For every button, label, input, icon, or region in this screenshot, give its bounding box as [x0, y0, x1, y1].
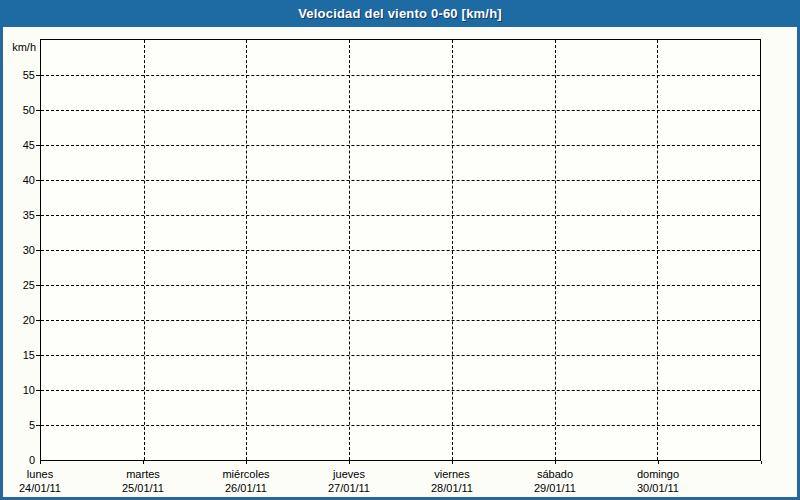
chart-title: Velocidad del viento 0-60 [km/h]: [298, 6, 502, 21]
y-axis-tick: [36, 320, 40, 321]
v-gridline: [144, 40, 145, 460]
h-gridline: [41, 390, 760, 391]
y-tick-label: 20: [0, 314, 35, 326]
plot-area: [40, 39, 761, 461]
y-axis-tick: [36, 145, 40, 146]
x-axis-tick: [40, 461, 41, 464]
date-label: 30/01/11: [598, 482, 718, 494]
x-axis-tick: [143, 461, 144, 464]
y-axis-tick: [36, 355, 40, 356]
y-tick-label: 30: [0, 244, 35, 256]
y-axis-tick: [36, 75, 40, 76]
y-axis-tick: [36, 110, 40, 111]
h-gridline: [41, 425, 760, 426]
y-tick-label: 35: [0, 209, 35, 221]
y-axis-tick: [36, 390, 40, 391]
y-tick-label: 55: [0, 69, 35, 81]
v-gridline: [452, 40, 453, 460]
x-axis-tick: [658, 461, 659, 464]
meteogram-window: Velocidad del viento 0-60 [km/h] km/h 05…: [0, 0, 800, 500]
day-label: viernes: [392, 468, 512, 480]
h-gridline: [41, 180, 760, 181]
y-tick-label: 50: [0, 104, 35, 116]
y-tick-label: 15: [0, 349, 35, 361]
v-gridline: [555, 40, 556, 460]
day-label: jueves: [289, 468, 409, 480]
day-label: miércoles: [186, 468, 306, 480]
x-axis-tick: [452, 461, 453, 464]
day-label: sábado: [495, 468, 615, 480]
y-axis-unit-label: km/h: [0, 41, 36, 53]
y-axis-tick: [36, 180, 40, 181]
h-gridline: [41, 320, 760, 321]
y-tick-label: 10: [0, 384, 35, 396]
day-label: martes: [83, 468, 203, 480]
date-label: 29/01/11: [495, 482, 615, 494]
date-label: 28/01/11: [392, 482, 512, 494]
y-tick-label: 25: [0, 279, 35, 291]
y-tick-label: 45: [0, 139, 35, 151]
y-axis-tick: [36, 285, 40, 286]
h-gridline: [41, 285, 760, 286]
v-gridline: [246, 40, 247, 460]
x-axis-tick: [349, 461, 350, 464]
day-label: domingo: [598, 468, 718, 480]
x-axis-tick: [761, 461, 762, 464]
y-axis-tick: [36, 425, 40, 426]
h-gridline: [41, 110, 760, 111]
h-gridline: [41, 215, 760, 216]
y-axis-tick: [36, 215, 40, 216]
date-label: 26/01/11: [186, 482, 306, 494]
y-tick-label: 40: [0, 174, 35, 186]
chart-title-bar: Velocidad del viento 0-60 [km/h]: [0, 0, 800, 27]
y-tick-label: 0: [0, 454, 35, 466]
h-gridline: [41, 355, 760, 356]
date-label: 27/01/11: [289, 482, 409, 494]
x-axis-tick: [246, 461, 247, 464]
v-gridline: [349, 40, 350, 460]
date-label: 25/01/11: [83, 482, 203, 494]
y-tick-label: 5: [0, 419, 35, 431]
x-axis-tick: [555, 461, 556, 464]
h-gridline: [41, 145, 760, 146]
v-gridline: [657, 40, 658, 460]
h-gridline: [41, 75, 760, 76]
y-axis-tick: [36, 250, 40, 251]
h-gridline: [41, 250, 760, 251]
